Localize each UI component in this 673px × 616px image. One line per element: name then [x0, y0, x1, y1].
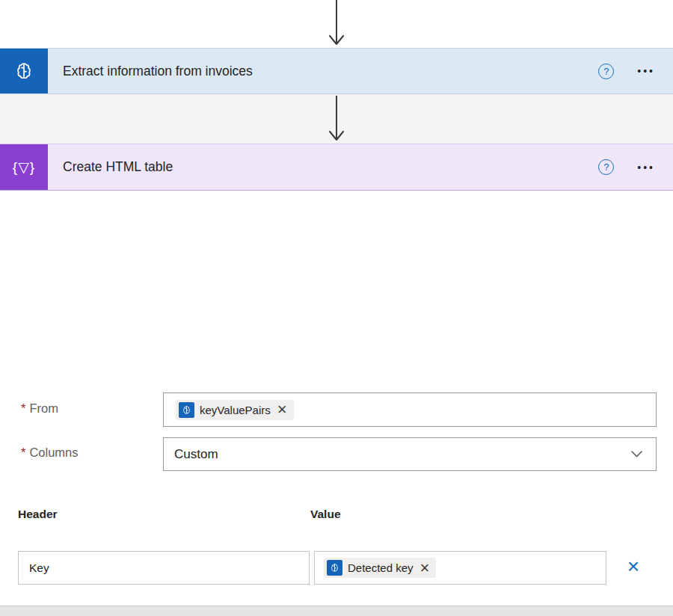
detected-key-token[interactable]: Detected key × [324, 558, 436, 578]
data-operation-icon: {▽} [0, 144, 48, 190]
header-column-label: Header [18, 508, 58, 521]
required-asterisk: * [21, 446, 25, 459]
columns-dropdown[interactable]: Custom [163, 437, 657, 471]
header-input-row1[interactable] [18, 551, 310, 585]
card-title: Create HTML table [63, 159, 173, 175]
more-options-menu-icon[interactable]: ••• [635, 65, 655, 77]
token-remove-icon[interactable]: × [276, 403, 289, 416]
ai-builder-icon [179, 402, 194, 418]
token-label: Detected key [348, 561, 414, 574]
more-options-menu-icon[interactable]: ••• [635, 161, 655, 173]
required-asterisk: * [21, 401, 25, 415]
help-icon[interactable]: ? [598, 159, 614, 175]
from-field-label: *From [21, 401, 58, 416]
keyvaluepairs-token[interactable]: keyValuePairs × [176, 400, 294, 420]
action-card-extract-invoices[interactable]: Extract information from invoices ? ••• [0, 48, 673, 94]
flow-connector-arrow [326, 96, 347, 142]
value-column-label: Value [310, 508, 341, 521]
columns-selected-value: Custom [174, 447, 218, 462]
flow-designer-canvas: Extract information from invoices ? ••• … [0, 0, 673, 616]
help-icon[interactable]: ? [598, 64, 614, 79]
create-html-table-body: *From keyValuePairs × *Columns Custom [0, 191, 673, 606]
ai-builder-icon [327, 560, 342, 576]
token-label: keyValuePairs [200, 404, 271, 416]
token-remove-icon[interactable]: × [419, 561, 431, 575]
flow-connector-arrow [326, 0, 347, 46]
action-card-create-html-table[interactable]: {▽} Create HTML table ? ••• [0, 144, 673, 191]
delete-row-button[interactable]: × [624, 557, 643, 578]
from-input[interactable]: keyValuePairs × [163, 392, 657, 427]
ai-builder-icon [0, 49, 48, 93]
canvas-bottom-strip [0, 606, 673, 616]
value-input-row1[interactable]: Detected key × [314, 551, 606, 585]
chevron-down-icon [631, 451, 642, 458]
card-title: Extract information from invoices [63, 64, 253, 79]
columns-field-label: *Columns [21, 446, 79, 460]
